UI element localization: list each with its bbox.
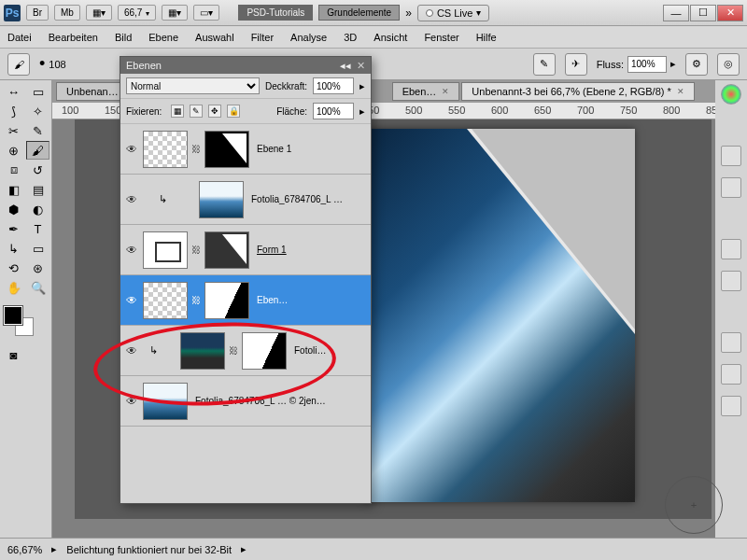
link-icon[interactable]: ⛓ xyxy=(191,295,201,305)
view-button[interactable]: ▦▾ xyxy=(86,5,112,21)
mask-thumb[interactable] xyxy=(204,131,249,168)
visibility-icon[interactable]: 👁 xyxy=(124,193,139,206)
marquee-tool[interactable]: ▭ xyxy=(26,82,49,101)
tablet-opacity-icon[interactable]: ◎ xyxy=(717,53,740,76)
foreground-color[interactable] xyxy=(4,306,22,325)
menu-auswahl[interactable]: Auswahl xyxy=(195,32,234,43)
zoom-dropdown[interactable]: 66,7 xyxy=(118,5,156,21)
status-arrow-icon[interactable]: ▸ xyxy=(51,543,57,555)
blend-mode-select[interactable]: Normal xyxy=(126,77,260,94)
3d-tool[interactable]: ⟲ xyxy=(2,259,25,277)
link-icon[interactable]: ⛓ xyxy=(191,144,201,154)
fluss-chevron-icon[interactable]: ▸ xyxy=(670,58,676,70)
layer-name[interactable]: Ebene 1 xyxy=(253,144,367,154)
overflow-chevron-icon[interactable]: » xyxy=(405,7,412,20)
layer-name[interactable]: Eben… xyxy=(253,295,367,305)
layers-panel-titlebar[interactable]: Ebenen ◂◂✕ xyxy=(120,57,371,74)
visibility-icon[interactable]: 👁 xyxy=(124,294,139,307)
minibridge-button[interactable]: Mb xyxy=(54,5,80,21)
visibility-icon[interactable]: 👁 xyxy=(124,244,139,257)
crop-tool[interactable]: ✂ xyxy=(2,121,25,140)
mask-thumb[interactable] xyxy=(242,332,287,370)
layer-name[interactable]: Fotoli… xyxy=(290,345,367,356)
visibility-icon[interactable]: 👁 xyxy=(124,344,139,357)
menu-bild[interactable]: Bild xyxy=(115,32,132,43)
layer-name[interactable]: Form 1 xyxy=(253,245,367,255)
eyedropper-tool[interactable]: ✎ xyxy=(26,121,49,140)
airbrush-icon[interactable]: ✈ xyxy=(565,53,587,76)
dodge-tool[interactable]: ◐ xyxy=(26,200,49,218)
menu-ebene[interactable]: Ebene xyxy=(148,32,178,43)
airbrush-toggle-icon[interactable]: ⚙ xyxy=(685,53,708,76)
tablet-pressure-icon[interactable]: ✎ xyxy=(533,53,556,76)
color-panel-icon[interactable] xyxy=(721,84,741,105)
ruler-button[interactable]: ▭▾ xyxy=(193,5,219,21)
minimize-button[interactable]: — xyxy=(663,5,689,21)
3d-camera-tool[interactable]: ⊛ xyxy=(26,259,49,277)
link-icon[interactable]: ⛓ xyxy=(191,245,201,255)
move-tool[interactable]: ↔ xyxy=(2,82,25,101)
menu-analyse[interactable]: Analyse xyxy=(290,32,327,43)
mask-thumb[interactable] xyxy=(204,231,249,269)
eraser-tool[interactable]: ◧ xyxy=(2,180,25,199)
history-panel-icon[interactable] xyxy=(721,332,741,353)
adjustments-panel-icon[interactable] xyxy=(721,146,741,166)
layers-panel[interactable]: Ebenen ◂◂✕ Normal Deckkraft: ▸ Fixieren:… xyxy=(120,56,372,504)
lasso-tool[interactable]: ⟆ xyxy=(2,102,25,120)
layer-row[interactable]: 👁 ⛓ Form 1 xyxy=(120,225,371,275)
hand-tool[interactable]: ✋ xyxy=(2,278,25,297)
fluss-input[interactable] xyxy=(627,56,667,73)
mask-thumb[interactable] xyxy=(204,282,249,319)
lock-pixels-icon[interactable]: ✎ xyxy=(190,105,203,118)
brush-tool-icon[interactable]: 🖌 xyxy=(7,53,30,76)
layer-thumb[interactable] xyxy=(199,181,244,218)
pen-tool[interactable]: ✒ xyxy=(2,219,25,238)
chevron-right-icon[interactable]: ▸ xyxy=(359,105,365,118)
menu-bearbeiten[interactable]: Bearbeiten xyxy=(49,32,98,43)
menu-filter[interactable]: Filter xyxy=(251,32,274,43)
fill-input[interactable] xyxy=(313,103,354,119)
zoom-status[interactable]: 66,67% xyxy=(7,544,42,555)
brush-tool[interactable]: 🖌 xyxy=(26,141,49,160)
color-swatches[interactable] xyxy=(4,306,34,336)
shape-tool[interactable]: ▭ xyxy=(26,239,49,258)
paths-panel-icon[interactable] xyxy=(721,396,741,416)
zoom-tool[interactable]: 🔍 xyxy=(26,278,49,297)
close-icon[interactable]: ✕ xyxy=(442,87,449,96)
menu-datei[interactable]: Datei xyxy=(7,32,32,43)
panel-menu-icon[interactable]: ◂◂ xyxy=(340,60,351,72)
path-tool[interactable]: ↳ xyxy=(2,239,25,258)
actions-panel-icon[interactable] xyxy=(721,364,741,385)
chevron-right-icon[interactable]: ▸ xyxy=(359,80,365,92)
layer-thumb[interactable] xyxy=(143,383,188,420)
channels-panel-icon[interactable] xyxy=(721,271,741,291)
layer-name[interactable]: Fotolia_6784706_L … © 2jen… xyxy=(191,396,367,406)
styles-panel-icon[interactable] xyxy=(721,177,741,198)
close-icon[interactable]: ✕ xyxy=(677,87,684,96)
layer-row[interactable]: 👁 ⛓ Ebene 1 xyxy=(120,124,371,175)
healing-tool[interactable]: ⊕ xyxy=(2,141,25,160)
history-brush-tool[interactable]: ↺ xyxy=(26,161,49,179)
layer-thumb[interactable] xyxy=(143,131,188,168)
workspace-tab-psdtutorials[interactable]: PSD-Tutorials xyxy=(238,5,313,21)
layer-row[interactable]: 👁 Fotolia_6784706_L … © 2jen… xyxy=(120,376,371,427)
maximize-button[interactable]: ☐ xyxy=(690,5,716,21)
lock-transparency-icon[interactable]: ▦ xyxy=(171,105,184,118)
gradient-tool[interactable]: ▤ xyxy=(26,180,49,199)
link-icon[interactable]: ⛓ xyxy=(229,345,238,356)
layer-row[interactable]: 👁 ↳ ⛓ Fotoli… xyxy=(120,326,371,376)
menu-fenster[interactable]: Fenster xyxy=(424,32,458,43)
layer-row-selected[interactable]: 👁 ⛓ Eben… xyxy=(120,275,371,326)
quickmask-tool[interactable]: ◙ xyxy=(2,345,25,364)
menu-hilfe[interactable]: Hilfe xyxy=(476,32,497,43)
visibility-icon[interactable]: 👁 xyxy=(124,395,139,408)
bridge-button[interactable]: Br xyxy=(26,5,49,21)
layer-thumb[interactable] xyxy=(180,332,225,370)
stamp-tool[interactable]: ⧈ xyxy=(2,161,25,179)
layer-thumb[interactable] xyxy=(143,231,188,269)
panel-close-icon[interactable]: ✕ xyxy=(357,60,365,72)
lock-position-icon[interactable]: ✥ xyxy=(208,105,221,118)
doc-tab-3[interactable]: Unbenannt-3 bei 66,7% (Ebene 2, RGB/8) *… xyxy=(461,82,694,101)
visibility-icon[interactable]: 👁 xyxy=(124,143,139,156)
close-button[interactable]: ✕ xyxy=(717,5,743,21)
